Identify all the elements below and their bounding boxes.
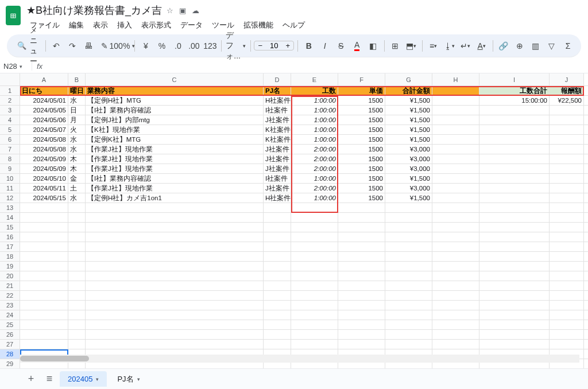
cell[interactable] xyxy=(432,203,479,212)
cell[interactable]: 金 xyxy=(68,174,86,183)
cell[interactable] xyxy=(291,281,338,290)
cell[interactable]: 水 xyxy=(68,135,86,144)
cell[interactable] xyxy=(20,301,68,310)
cell[interactable] xyxy=(550,232,584,242)
cell[interactable] xyxy=(264,213,291,222)
cell[interactable] xyxy=(86,213,264,222)
cell[interactable]: 1500 xyxy=(338,96,385,105)
cell[interactable]: 15:00:00 xyxy=(479,96,550,105)
menu-search[interactable]: 🔍 メニュー xyxy=(13,25,42,67)
cell[interactable] xyxy=(20,340,68,349)
currency-button[interactable]: ¥ xyxy=(138,38,153,54)
cell[interactable] xyxy=(291,252,338,261)
font-size-decrease[interactable]: − xyxy=(254,41,266,50)
cell[interactable] xyxy=(385,320,432,329)
cell[interactable]: 水 xyxy=(68,145,86,154)
cell[interactable]: 【定例H社】MTG xyxy=(86,96,264,105)
functions-button[interactable]: Σ xyxy=(560,38,575,54)
cell[interactable] xyxy=(20,271,68,281)
cell[interactable]: J社案件 xyxy=(264,145,291,154)
cell[interactable] xyxy=(385,213,432,222)
col-header-C[interactable]: C xyxy=(86,73,264,85)
cell[interactable] xyxy=(338,281,385,290)
cell[interactable]: 1:00:00 xyxy=(291,135,338,144)
cell[interactable] xyxy=(291,223,338,232)
cell[interactable]: I社案件 xyxy=(264,174,291,183)
cell[interactable]: 1500 xyxy=(338,115,385,125)
cell[interactable] xyxy=(385,291,432,300)
cell[interactable] xyxy=(479,310,550,320)
cell[interactable]: 1500 xyxy=(338,184,385,193)
cell[interactable] xyxy=(432,135,479,144)
cell[interactable] xyxy=(68,223,86,232)
cell[interactable] xyxy=(432,232,479,242)
cell[interactable] xyxy=(550,281,584,290)
halign-button[interactable]: ≡ ▾ xyxy=(426,38,441,54)
star-icon[interactable]: ☆ xyxy=(167,6,173,15)
cell[interactable]: J社案件 xyxy=(264,115,291,125)
increase-decimal-button[interactable]: .00 xyxy=(187,38,202,54)
strikethrough-button[interactable]: S xyxy=(334,38,349,54)
cell[interactable] xyxy=(550,125,584,134)
cell[interactable] xyxy=(86,252,264,261)
col-header-D[interactable]: D xyxy=(264,73,291,85)
cell[interactable] xyxy=(550,340,584,349)
cell[interactable] xyxy=(20,262,68,271)
cell[interactable] xyxy=(432,223,479,232)
cell[interactable] xyxy=(264,223,291,232)
cell[interactable] xyxy=(550,106,584,115)
col-header-F[interactable]: F xyxy=(338,73,385,85)
row-header-5[interactable]: 5 xyxy=(0,125,20,135)
cell[interactable] xyxy=(20,320,68,329)
cell[interactable] xyxy=(291,242,338,251)
row-header-4[interactable]: 4 xyxy=(0,115,20,125)
fill-color-button[interactable]: ◧ xyxy=(366,38,381,54)
cell[interactable] xyxy=(68,340,86,349)
cell[interactable] xyxy=(479,232,550,242)
cell[interactable]: 2:00:00 xyxy=(291,184,338,193)
cell[interactable]: 2024/05/09 xyxy=(20,164,68,173)
cell[interactable] xyxy=(20,252,68,261)
cell[interactable] xyxy=(432,271,479,281)
cell[interactable] xyxy=(479,193,550,203)
cell[interactable]: 【作業J社】現地作業 xyxy=(86,164,264,173)
cell[interactable]: 2024/05/10 xyxy=(20,174,68,183)
bold-button[interactable]: B xyxy=(301,38,316,54)
cell[interactable] xyxy=(550,262,584,271)
cell[interactable]: 水 xyxy=(68,193,86,203)
cell[interactable]: PJ名 xyxy=(264,86,291,95)
cell[interactable]: ¥1,500 xyxy=(385,174,432,183)
text-color-button[interactable]: A xyxy=(350,38,365,54)
cell[interactable] xyxy=(20,330,68,339)
cell[interactable] xyxy=(86,242,264,251)
sheet-tab-pjname[interactable]: PJ名▾ xyxy=(109,371,148,388)
cell[interactable] xyxy=(68,310,86,320)
cell[interactable] xyxy=(432,193,479,203)
row-header-10[interactable]: 10 xyxy=(0,174,20,184)
cell[interactable] xyxy=(432,252,479,261)
cell[interactable] xyxy=(264,320,291,329)
cell[interactable] xyxy=(479,164,550,173)
cell[interactable]: 1500 xyxy=(338,164,385,173)
cell[interactable] xyxy=(479,271,550,281)
chevron-down-icon[interactable]: ▾ xyxy=(96,376,99,382)
cell[interactable]: 2024/05/01 xyxy=(20,96,68,105)
font-size-increase[interactable]: + xyxy=(282,41,293,50)
row-header-24[interactable]: 24 xyxy=(0,310,20,320)
cell[interactable] xyxy=(86,271,264,281)
cell[interactable]: 単価 xyxy=(338,86,385,95)
cell[interactable] xyxy=(432,262,479,271)
menu-3[interactable]: 挿入 xyxy=(114,18,136,32)
menu-2[interactable]: 表示 xyxy=(90,18,111,32)
cell[interactable] xyxy=(86,203,264,212)
col-header-A[interactable]: A xyxy=(20,73,68,85)
cell[interactable]: 火 xyxy=(68,125,86,134)
cell[interactable] xyxy=(385,242,432,251)
cell[interactable] xyxy=(68,291,86,300)
cell[interactable]: 【定例K社】MTG xyxy=(86,135,264,144)
cell[interactable]: 1500 xyxy=(338,106,385,115)
cell[interactable]: ¥1,500 xyxy=(385,106,432,115)
cell[interactable] xyxy=(68,213,86,222)
cell[interactable]: ¥3,000 xyxy=(385,145,432,154)
document-title[interactable]: ★B社向け業務報告書_カメ吉 xyxy=(26,3,162,17)
